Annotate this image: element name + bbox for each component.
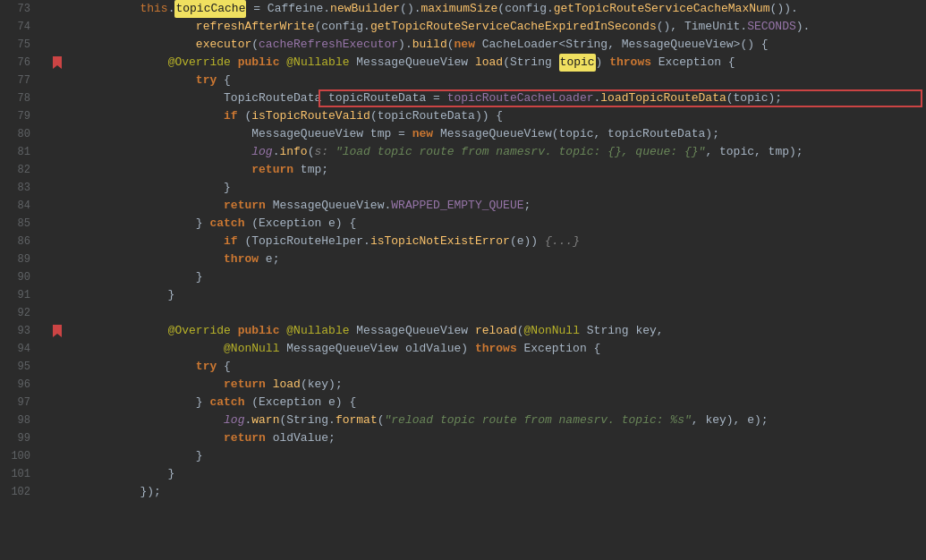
line-row: 98·: [0, 412, 81, 429]
token: load: [475, 54, 503, 72]
fold-icon[interactable]: ·: [38, 164, 50, 176]
token: MessageQueueView: [350, 54, 475, 72]
fold-icon[interactable]: ·: [38, 92, 50, 105]
token: (: [517, 322, 524, 340]
token: SECONDS: [747, 18, 796, 36]
bookmark-icon: [50, 431, 64, 445]
code-area: this.topicCache = Caffeine.newBuilder().…: [81, 0, 926, 560]
fold-icon[interactable]: ·: [38, 486, 50, 498]
line-row: 77·: [0, 72, 81, 89]
fold-icon[interactable]: ·: [38, 468, 50, 480]
fold-icon[interactable]: ·: [38, 271, 50, 284]
fold-icon[interactable]: ·: [38, 74, 50, 87]
fold-icon[interactable]: ·: [38, 414, 50, 427]
fold-icon[interactable]: ·: [38, 396, 50, 409]
line-row: 79·: [0, 107, 81, 125]
line-row: 89·: [0, 250, 81, 268]
line-row: 82·: [0, 161, 81, 179]
token: return: [224, 376, 266, 394]
line-row: 94·: [0, 340, 81, 358]
token: (), TimeUnit.: [657, 18, 747, 36]
code-line: this.topicCache = Caffeine.newBuilder().…: [84, 0, 926, 18]
fold-icon[interactable]: ·: [38, 199, 50, 212]
fold-icon[interactable]: ·: [38, 361, 50, 373]
token: @Override: [168, 322, 231, 340]
token: ;: [524, 197, 531, 215]
fold-icon[interactable]: ·: [38, 235, 50, 248]
bookmark-icon: [50, 181, 64, 195]
line-number: 81: [0, 146, 38, 158]
fold-icon[interactable]: [38, 307, 50, 319]
line-row: 91·: [0, 286, 81, 304]
code-line: });: [84, 483, 926, 501]
token: (topic);: [726, 89, 782, 107]
code-line: @Override public @Nullable MessageQueueV…: [84, 322, 926, 340]
fold-icon[interactable]: ·: [38, 432, 50, 445]
fold-icon[interactable]: ·: [38, 38, 50, 51]
token: .: [273, 143, 280, 161]
code-line: MessageQueueView tmp = new MessageQueueV…: [84, 125, 926, 143]
code-line: } catch (Exception e) {: [84, 215, 926, 233]
code-line: return load(key);: [84, 376, 926, 394]
token: if: [224, 107, 238, 125]
token: [84, 107, 224, 125]
token: topicRouteCacheLoader: [447, 89, 594, 107]
fold-icon[interactable]: ·: [38, 56, 50, 69]
token: [84, 376, 224, 394]
code-line: if (TopicRouteHelper.isTopicNotExistErro…: [84, 233, 926, 250]
fold-icon[interactable]: ·: [38, 289, 50, 301]
code-line: try {: [84, 358, 926, 376]
bookmark-icon: [50, 324, 64, 338]
token: format: [336, 412, 378, 429]
token: refreshAfterWrite: [196, 18, 315, 36]
code-line: } catch (Exception e) {: [84, 394, 926, 412]
fold-icon[interactable]: ·: [38, 343, 50, 355]
line-row: 101·: [0, 465, 81, 483]
fold-icon[interactable]: ·: [38, 3, 50, 15]
token: maximumSize: [421, 0, 498, 18]
line-row: 80·: [0, 125, 81, 143]
fold-icon[interactable]: ·: [38, 128, 50, 140]
code-line: try {: [84, 72, 926, 89]
fold-icon[interactable]: ·: [38, 110, 50, 123]
line-number: 102: [0, 486, 38, 498]
bookmark-icon: [50, 306, 64, 320]
code-line: throw e;: [84, 250, 926, 268]
token: try: [196, 358, 217, 376]
token: throws: [609, 54, 651, 72]
fold-icon[interactable]: ·: [38, 253, 50, 266]
token: @Nullable: [286, 322, 349, 340]
code-line: }: [84, 179, 926, 197]
token: s:: [314, 143, 328, 161]
token: [328, 143, 336, 161]
line-number: 77: [0, 74, 38, 87]
token: .: [594, 89, 601, 107]
token: "reload topic route from namesrv. topic:…: [385, 412, 692, 429]
bookmark-icon: [50, 216, 64, 231]
fold-icon[interactable]: ·: [38, 378, 50, 391]
token: }: [84, 465, 174, 483]
line-number: 99: [0, 432, 38, 445]
token: {: [217, 358, 231, 376]
line-number: 96: [0, 378, 38, 391]
token: try: [196, 72, 217, 89]
token: getTopicRouteServiceCacheMaxNum: [554, 0, 770, 18]
line-number: 82: [0, 164, 38, 176]
token: MessageQueueView: [350, 322, 475, 340]
token: loadTopicRouteData: [600, 89, 726, 107]
fold-icon[interactable]: ·: [38, 217, 50, 230]
token: ()).: [770, 0, 798, 18]
fold-icon[interactable]: ·: [38, 325, 50, 337]
fold-icon[interactable]: ·: [38, 146, 50, 158]
token: [84, 340, 224, 358]
code-line: if (isTopicRouteValid(topicRouteData)) {: [84, 107, 926, 125]
token: , key), e);: [692, 412, 769, 429]
fold-icon[interactable]: ·: [38, 21, 50, 33]
fold-icon[interactable]: ·: [38, 450, 50, 462]
code-line: @Override public @Nullable MessageQueueV…: [84, 54, 926, 72]
line-number: 74: [0, 21, 38, 33]
line-number: 93: [0, 325, 38, 337]
token: CacheLoader<String, MessageQueueView>() …: [475, 36, 769, 54]
fold-icon[interactable]: ·: [38, 182, 50, 194]
code-editor: 73·74·75·76·77·78·79·80·81·82·83·84·85·8…: [0, 0, 926, 560]
